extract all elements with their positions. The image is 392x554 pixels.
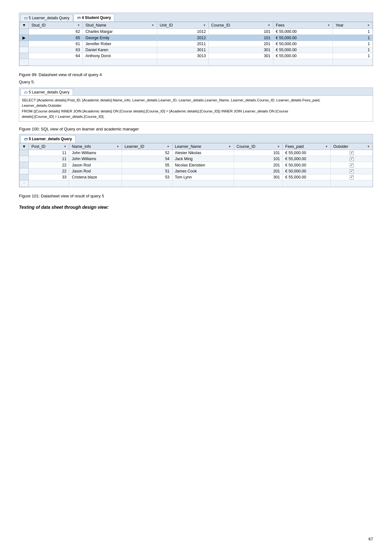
table1-cell-r2-c5: 1 (333, 41, 373, 47)
table1-cell-r2-c4: € 50,000.00 (273, 41, 333, 47)
table1-cell-r4-c4: € 55,000.00 (273, 53, 333, 59)
th-stud-id[interactable]: Stud_ID ▼ (29, 22, 83, 29)
tab-learner-details-2[interactable]: 🗃 5 Learner_details Query (21, 135, 75, 143)
row-selector-t2-0[interactable] (20, 150, 29, 156)
sql-tab-learner[interactable]: 🗃 5 Learner_details Query (21, 89, 73, 95)
table2-cell-r3-c2: 51 (122, 168, 172, 174)
table2-cell-r0-c2: 52 (122, 150, 172, 156)
arrow2-fees-paid[interactable]: ▼ (325, 145, 328, 148)
th2-post-id[interactable]: Post_ID ▼ (29, 143, 69, 150)
table2-cell-r2-c4: 201 (234, 162, 282, 168)
table2-cell-r2-c2: 55 (122, 162, 172, 168)
arrow2-course-id[interactable]: ▼ (277, 145, 280, 148)
table2-cell-r1-c4: 101 (234, 156, 282, 162)
table1-container: ▼ Stud_ID ▼ Stud_Name ▼ (19, 21, 373, 66)
arrow-stud-id[interactable]: ▼ (77, 24, 80, 27)
row-selector-t2-1[interactable] (20, 156, 29, 162)
row-selector-t2-4[interactable] (20, 174, 29, 180)
table-icon-1: 🗃 (24, 16, 27, 20)
row-selector-t1-1[interactable]: ▶ (20, 35, 29, 41)
tab2-1-label: 5 Learner_details Query (29, 137, 72, 141)
checkbox-r0[interactable] (350, 151, 354, 155)
th2-course-id[interactable]: Course_ID ▼ (234, 143, 282, 150)
arrow2-learner-name[interactable]: ▼ (228, 145, 231, 148)
arrow2-outsider[interactable]: ▼ (367, 145, 370, 148)
table2-container: ▼ Post_ID ▼ Name_info ▼ (19, 143, 373, 187)
th-stud-name[interactable]: Stud_Name ▼ (83, 22, 157, 29)
table2: ▼ Post_ID ▼ Name_info ▼ (19, 143, 373, 187)
new-row-cell-t1-4[interactable] (273, 59, 333, 66)
figure100-caption: Figure 100: SQL view of Query on learner… (19, 127, 373, 131)
arrow2-post-id[interactable]: ▼ (64, 145, 67, 148)
table1-cell-r1-c4: € 55,000.00 (273, 35, 333, 41)
tab2-label: 4 Student Query (82, 15, 111, 20)
new-row-cell-t1-3[interactable] (208, 59, 273, 66)
th2-outsider[interactable]: Outsider ▼ (331, 143, 373, 150)
table1-cell-r1-c3: 101 (208, 35, 273, 41)
arrow-fees[interactable]: ▼ (327, 24, 330, 27)
checkbox-r3[interactable] (350, 169, 354, 173)
checkbox-r4[interactable] (350, 175, 354, 179)
table2-cell-r4-c5: € 55,000.00 (283, 174, 331, 180)
row-selector-t1-0[interactable] (20, 29, 29, 35)
table2-cell-r0-c6 (331, 150, 373, 156)
table1-cell-r3-c5: 1 (333, 47, 373, 53)
sql-box: 🗃 5 Learner_details Query SELECT [Academ… (19, 87, 373, 122)
new-row-cell-t2-0[interactable] (29, 180, 69, 187)
th-year[interactable]: Year ▼ (333, 22, 373, 29)
table1-cell-r0-c0: 62 (29, 29, 83, 35)
new-row-cell-t2-2[interactable] (122, 180, 172, 187)
sql-table-icon: 🗃 (24, 90, 27, 94)
th2-name-info[interactable]: Name_info ▼ (69, 143, 122, 150)
new-row-cell-t2-5[interactable] (283, 180, 331, 187)
new-row-cell-t1-1[interactable] (83, 59, 157, 66)
new-row-cell-t2-1[interactable] (69, 180, 122, 187)
row-selector-t2-2[interactable] (20, 162, 29, 168)
tab-bar-2: 🗃 5 Learner_details Query (19, 134, 373, 143)
table2-cell-r3-c4: 201 (234, 168, 282, 174)
th2-selector: ▼ (20, 143, 29, 150)
table2-cell-r2-c3: Nicolas Eienstien (172, 162, 234, 168)
tab-student-query[interactable]: 🗃 4 Student Query (74, 14, 115, 21)
table2-cell-r1-c0: 11 (29, 156, 69, 162)
new-row-cell-t2-6[interactable] (331, 180, 373, 187)
arrow-year[interactable]: ▼ (367, 24, 370, 27)
new-row-icon-t2: * (23, 181, 25, 186)
new-row-cell-t2-4[interactable] (234, 180, 282, 187)
checkbox-r2[interactable] (350, 163, 354, 167)
arrow-stud-name[interactable]: ▼ (152, 24, 154, 27)
table2-cell-r2-c5: € 50,000.00 (283, 162, 331, 168)
checkbox-r1[interactable] (350, 157, 354, 161)
row-selector-t1-3[interactable] (20, 47, 29, 53)
table2-cell-r0-c0: 11 (29, 150, 69, 156)
tab1-label: 5 Learner_details Query (29, 16, 69, 20)
th-unit-id[interactable]: Unit_ID ▼ (157, 22, 208, 29)
new-row-cell-t1-0[interactable] (29, 59, 83, 66)
new-row-cell-t1-5[interactable] (333, 59, 373, 66)
table1-cell-r2-c2: 2011 (157, 41, 208, 47)
row-selector-t1-4[interactable] (20, 53, 29, 59)
th2-learner-name[interactable]: Learner_Name ▼ (172, 143, 234, 150)
th2-learner-id[interactable]: Learner_ID ▼ (122, 143, 172, 150)
arrow-unit-id[interactable]: ▼ (203, 24, 206, 27)
th-fees[interactable]: Fees ▼ (273, 22, 333, 29)
table1-cell-r2-c0: 61 (29, 41, 83, 47)
arrow2-name-info[interactable]: ▼ (116, 145, 119, 148)
table1: ▼ Stud_ID ▼ Stud_Name ▼ (19, 22, 373, 66)
table2-cell-r0-c3: Alester Nikolas (172, 150, 234, 156)
new-row-icon-t1: * (23, 60, 25, 65)
sql-tab-label: 5 Learner_details Query (29, 90, 69, 94)
arrow-course-id[interactable]: ▼ (268, 24, 270, 27)
row-selector-t1-2[interactable] (20, 41, 29, 47)
table2-cell-r1-c2: 54 (122, 156, 172, 162)
new-row-cell-t1-2[interactable] (157, 59, 208, 66)
row-selector-t2-3[interactable] (20, 168, 29, 174)
tab-learner-details-1[interactable]: 🗃 5 Learner_details Query (21, 14, 73, 21)
th2-fees-paid[interactable]: Fees_paid ▼ (283, 143, 331, 150)
table1-cell-r4-c1: Anthony Dorot (83, 53, 157, 59)
th-course-id[interactable]: Course_ID ▼ (208, 22, 273, 29)
arrow2-learner-id[interactable]: ▼ (167, 145, 170, 148)
table1-cell-r3-c4: € 55,000.00 (273, 47, 333, 53)
row-arrow-icon: ▶ (22, 36, 26, 40)
new-row-cell-t2-3[interactable] (172, 180, 234, 187)
